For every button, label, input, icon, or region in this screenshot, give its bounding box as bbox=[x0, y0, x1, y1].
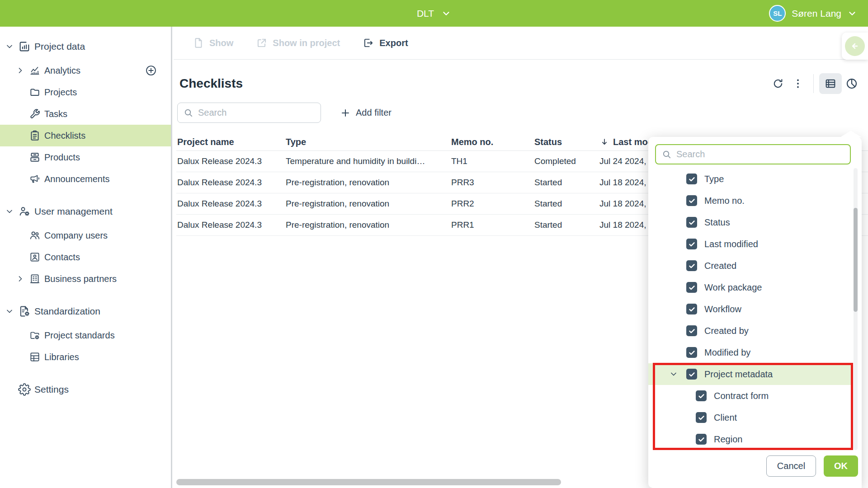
export-icon bbox=[363, 37, 374, 49]
checkbox-checked[interactable] bbox=[686, 195, 697, 206]
sidebar-item-label: Products bbox=[44, 152, 80, 163]
add-filter-button[interactable]: Add filter bbox=[340, 108, 392, 118]
picker-search-input[interactable] bbox=[676, 149, 844, 160]
folder-gear-icon bbox=[29, 329, 41, 341]
table-cell: Started bbox=[534, 220, 599, 230]
checkbox-checked[interactable] bbox=[686, 260, 697, 271]
column-option-label: Contract form bbox=[714, 391, 769, 401]
page-title: Checklists bbox=[179, 76, 243, 91]
chevron-down-icon[interactable] bbox=[5, 307, 14, 316]
column-option-label: Project metadata bbox=[704, 369, 773, 380]
column-option-label: Memo no. bbox=[704, 196, 745, 206]
app-switcher[interactable]: DLT bbox=[417, 0, 451, 27]
column-header-memo-no[interactable]: Memo no. bbox=[451, 137, 534, 147]
analytics-icon bbox=[29, 65, 41, 76]
add-analytics-button[interactable] bbox=[145, 64, 157, 77]
avatar[interactable]: SL bbox=[769, 5, 786, 22]
column-option-created[interactable]: Created bbox=[648, 255, 852, 277]
sidebar-item-settings[interactable]: Settings bbox=[0, 379, 171, 400]
sidebar-item-announcements[interactable]: Announcements bbox=[0, 168, 171, 190]
column-header-type[interactable]: Type bbox=[286, 137, 451, 147]
sidebar-item-label: Business partners bbox=[44, 274, 117, 284]
chevron-down-icon bbox=[441, 9, 451, 19]
chevron-down-icon[interactable] bbox=[5, 207, 14, 216]
column-header-status[interactable]: Status bbox=[534, 137, 599, 147]
project-data-icon bbox=[18, 40, 31, 53]
checkbox-checked[interactable] bbox=[686, 325, 697, 336]
refresh-button[interactable] bbox=[768, 74, 788, 94]
checkbox-checked[interactable] bbox=[686, 304, 697, 314]
sidebar-item-business-partners[interactable]: Business partners bbox=[0, 268, 171, 290]
more-options-button[interactable] bbox=[788, 74, 808, 94]
column-option-status[interactable]: Status bbox=[648, 211, 852, 233]
chevron-down-icon[interactable] bbox=[668, 370, 679, 379]
cancel-button[interactable]: Cancel bbox=[766, 455, 816, 477]
column-option-type[interactable]: Type bbox=[648, 168, 852, 190]
document-gear-icon bbox=[18, 305, 31, 318]
kebab-menu-icon bbox=[792, 78, 804, 89]
table-cell: Pre-registration, renovation bbox=[286, 199, 451, 209]
export-button-label: Export bbox=[379, 38, 408, 48]
sidebar-item-standardization[interactable]: Standardization bbox=[0, 300, 171, 322]
sidebar-item-analytics[interactable]: Analytics bbox=[0, 60, 171, 81]
sidebar-item-projects[interactable]: Projects bbox=[0, 81, 171, 103]
sidebar-item-libraries[interactable]: Libraries bbox=[0, 346, 171, 368]
gear-icon bbox=[18, 383, 31, 396]
megaphone-icon bbox=[29, 173, 41, 185]
table-view-toggle[interactable] bbox=[819, 73, 842, 94]
column-option-contract-form[interactable]: Contract form bbox=[648, 385, 852, 407]
chevron-right-icon[interactable] bbox=[15, 66, 25, 75]
checkbox-checked[interactable] bbox=[686, 347, 697, 358]
column-option-label: Last modified bbox=[704, 239, 758, 249]
column-option-workflow[interactable]: Workflow bbox=[648, 298, 852, 320]
checkbox-checked[interactable] bbox=[686, 282, 697, 293]
show-button[interactable]: Show bbox=[193, 37, 233, 49]
column-option-memo-no[interactable]: Memo no. bbox=[648, 190, 852, 211]
checkbox-checked[interactable] bbox=[686, 369, 697, 380]
checkbox-checked[interactable] bbox=[696, 434, 707, 445]
checkbox-checked[interactable] bbox=[696, 390, 707, 401]
sidebar-item-tasks[interactable]: Tasks bbox=[0, 103, 171, 125]
sidebar-item-project-standards[interactable]: Project standards bbox=[0, 324, 171, 346]
column-option-modified-by[interactable]: Modified by bbox=[648, 342, 852, 363]
sidebar-item-project-data[interactable]: Project data bbox=[0, 36, 171, 57]
column-option-label: Region bbox=[714, 434, 742, 445]
sidebar-item-label: Standardization bbox=[34, 306, 100, 317]
sidebar-item-label: Projects bbox=[44, 87, 77, 98]
chevron-down-icon bbox=[5, 307, 14, 316]
chevron-down-icon[interactable] bbox=[5, 42, 14, 51]
column-option-last-modified[interactable]: Last modified bbox=[648, 233, 852, 255]
sidebar-item-checklists[interactable]: Checklists bbox=[0, 125, 171, 146]
export-button[interactable]: Export bbox=[363, 37, 408, 49]
sidebar-item-products[interactable]: Products bbox=[0, 146, 171, 168]
show-in-project-button[interactable]: Show in project bbox=[256, 37, 340, 49]
ok-button[interactable]: OK bbox=[824, 455, 858, 477]
table-cell: TH1 bbox=[451, 156, 534, 166]
checkbox-checked[interactable] bbox=[686, 174, 697, 184]
column-option-project-metadata[interactable]: Project metadata bbox=[648, 363, 852, 385]
user-menu[interactable]: SL Søren Lang bbox=[769, 0, 857, 27]
back-button[interactable] bbox=[842, 33, 868, 60]
column-header-project-name[interactable]: Project name bbox=[177, 137, 286, 147]
checkbox-checked[interactable] bbox=[686, 217, 697, 228]
sidebar-item-contacts[interactable]: Contacts bbox=[0, 246, 171, 268]
chart-view-toggle[interactable] bbox=[842, 74, 862, 94]
sidebar-item-label: Project standards bbox=[44, 330, 115, 341]
column-option-work-package[interactable]: Work package bbox=[648, 277, 852, 298]
column-option-label: Work package bbox=[704, 282, 762, 293]
column-option-region[interactable]: Region bbox=[648, 428, 852, 450]
column-option-created-by[interactable]: Created by bbox=[648, 320, 852, 342]
chevron-right-icon[interactable] bbox=[15, 274, 25, 283]
column-option-client[interactable]: Client bbox=[648, 407, 852, 428]
horizontal-scrollbar[interactable] bbox=[176, 479, 561, 485]
sidebar-item-user-management[interactable]: User management bbox=[0, 201, 171, 222]
title-actions bbox=[768, 73, 862, 94]
search-input[interactable] bbox=[198, 108, 315, 118]
table-cell: Dalux Release 2024.3 bbox=[177, 199, 286, 209]
sidebar-item-label: Contacts bbox=[44, 252, 80, 263]
sidebar-item-company-users[interactable]: Company users bbox=[0, 225, 171, 246]
checkbox-checked[interactable] bbox=[696, 412, 707, 423]
checkbox-checked[interactable] bbox=[686, 239, 697, 249]
picker-scrollbar-thumb[interactable] bbox=[854, 208, 858, 312]
plus-circle-icon bbox=[145, 64, 157, 77]
